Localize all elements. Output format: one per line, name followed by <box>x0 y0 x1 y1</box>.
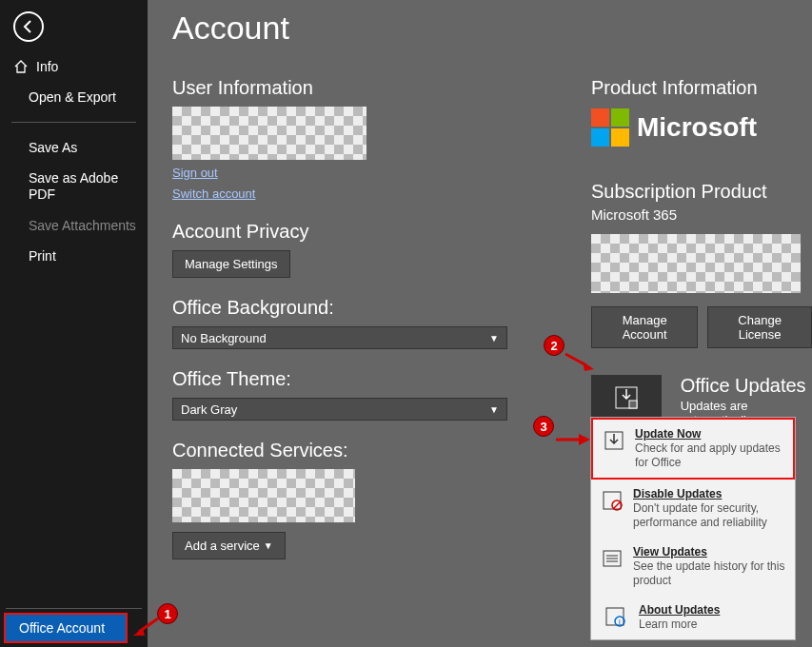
sidebar-item-save-as[interactable]: Save As <box>0 132 148 163</box>
sign-out-link[interactable]: Sign out <box>172 166 218 180</box>
info-icon: i <box>601 605 629 632</box>
theme-heading: Office Theme: <box>172 368 553 390</box>
svg-line-5 <box>614 502 621 509</box>
annotation-arrow-2 <box>564 350 596 373</box>
sidebar-item-save-attachments: Save Attachments <box>0 210 148 241</box>
sidebar-item-save-adobe[interactable]: Save as Adobe PDF <box>0 163 148 210</box>
microsoft-logo: Microsoft <box>591 108 812 147</box>
download-icon <box>603 429 625 470</box>
menu-title: Disable Updates <box>633 487 785 501</box>
office-updates-title: Office Updates <box>681 375 812 397</box>
change-license-button[interactable]: Change License <box>707 306 812 348</box>
menu-item-update-now[interactable]: Update Now Check for and apply updates f… <box>591 418 795 480</box>
annotation-badge-1: 1 <box>157 603 178 624</box>
annotation-arrow-3 <box>554 430 592 449</box>
menu-item-disable-updates[interactable]: Disable Updates Don't update for securit… <box>591 480 795 538</box>
annotation-arrow-1 <box>133 617 162 639</box>
menu-item-about-updates[interactable]: i About Updates Learn more <box>591 596 795 639</box>
back-arrow-icon <box>21 19 36 34</box>
svg-rect-1 <box>629 401 637 408</box>
disable-icon <box>601 489 624 530</box>
svg-marker-16 <box>583 362 594 371</box>
background-value: No Background <box>181 331 267 345</box>
chevron-down-icon: ▼ <box>264 540 273 551</box>
theme-select[interactable]: Dark Gray ▼ <box>172 398 507 421</box>
subscription-placeholder <box>591 234 801 293</box>
update-icon <box>612 383 641 412</box>
svg-text:i: i <box>619 618 621 626</box>
background-select[interactable]: No Background ▼ <box>172 326 507 349</box>
chevron-down-icon: ▼ <box>489 333 499 343</box>
privacy-heading: Account Privacy <box>172 221 553 243</box>
user-info-heading: User Information <box>172 77 553 99</box>
sidebar-item-print[interactable]: Print <box>0 241 148 271</box>
menu-title: View Updates <box>633 545 785 559</box>
backstage-sidebar: Info Open & Export Save As Save as Adobe… <box>0 0 148 647</box>
menu-title: About Updates <box>639 603 720 618</box>
annotation-badge-2: 2 <box>544 335 564 356</box>
chevron-down-icon: ▼ <box>489 404 499 415</box>
subscription-name: Microsoft 365 <box>591 206 812 223</box>
connected-service-placeholder <box>172 469 355 522</box>
menu-desc: Learn more <box>639 618 720 632</box>
background-heading: Office Background: <box>172 297 553 319</box>
switch-account-link[interactable]: Switch account <box>172 186 255 201</box>
sidebar-label-info: Info <box>36 59 58 74</box>
left-column: User Information Sign out Switch account… <box>172 69 553 559</box>
home-icon <box>13 59 29 74</box>
menu-title: Update Now <box>635 427 783 441</box>
page-title: Account <box>172 10 812 47</box>
sidebar-separator <box>11 122 136 123</box>
list-icon <box>601 547 624 588</box>
add-service-button[interactable]: Add a service ▼ <box>172 532 286 559</box>
microsoft-wordmark: Microsoft <box>637 112 757 143</box>
menu-desc: Check for and apply updates for Office <box>635 441 783 470</box>
menu-item-view-updates[interactable]: View Updates See the update history for … <box>591 538 795 596</box>
menu-desc: See the update history for this product <box>633 559 785 588</box>
subscription-heading: Subscription Product <box>591 181 812 203</box>
sidebar-item-open-export[interactable]: Open & Export <box>0 82 148 112</box>
manage-settings-button[interactable]: Manage Settings <box>172 250 290 278</box>
svg-marker-18 <box>579 434 590 445</box>
connected-heading: Connected Services: <box>172 440 553 461</box>
sidebar-bottom-separator <box>6 608 142 609</box>
theme-value: Dark Gray <box>181 402 237 417</box>
sidebar-item-office-account[interactable]: Office Account <box>4 613 128 643</box>
back-button[interactable] <box>13 11 44 42</box>
sidebar-list: Info Open & Export Save As Save as Adobe… <box>0 42 148 271</box>
update-options-menu: Update Now Check for and apply updates f… <box>590 417 796 640</box>
microsoft-squares-icon <box>591 108 629 147</box>
menu-desc: Don't update for security, performance a… <box>633 501 785 530</box>
annotation-badge-3: 3 <box>533 416 554 437</box>
sidebar-item-info[interactable]: Info <box>0 51 148 82</box>
user-avatar-placeholder <box>172 107 366 160</box>
product-info-heading: Product Information <box>591 77 812 99</box>
manage-account-button[interactable]: Manage Account <box>591 306 698 348</box>
svg-marker-14 <box>133 628 145 636</box>
